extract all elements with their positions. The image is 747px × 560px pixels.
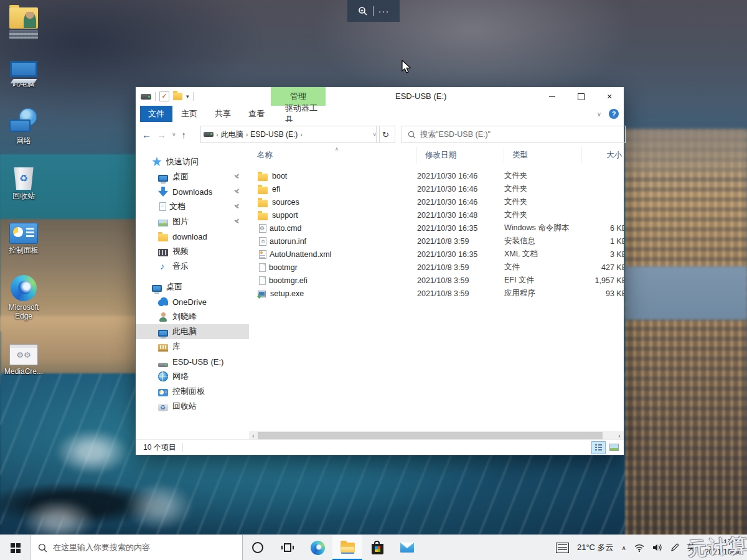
sidebar-item[interactable]: 图片 — [136, 214, 249, 229]
file-row[interactable]: autorun.inf 2021/10/8 3:59 安装信息 1 KB — [249, 235, 624, 248]
up-button[interactable]: ↑ — [182, 129, 187, 140]
horizontal-scrollbar[interactable]: ‹ › — [249, 431, 624, 440]
file-size: 427 KB — [582, 263, 624, 272]
back-button[interactable]: ← — [142, 129, 151, 140]
task-view-button[interactable] — [273, 535, 303, 560]
show-hidden-icons-chevron[interactable]: ∧ — [622, 544, 626, 551]
sidebar-item[interactable]: 网络 — [136, 369, 249, 384]
sidebar-item[interactable]: 音乐 — [136, 259, 249, 274]
desktop-icon[interactable]: 控制面板 — [0, 221, 47, 254]
pen-icon[interactable] — [670, 543, 679, 552]
desktop-icon[interactable]: Microsoft Edge — [0, 275, 47, 320]
column-header-date[interactable]: 修改日期 — [417, 147, 504, 163]
file-row[interactable]: auto.cmd 2021/10/30 16:35 Windows 命令脚本 6… — [249, 222, 624, 235]
desktop-icon-label: 网络 — [16, 136, 31, 145]
file-row[interactable]: efi 2021/10/30 16:46 文件夹 — [249, 182, 624, 195]
ribbon-tab[interactable]: 文件 — [140, 106, 172, 122]
file-row[interactable]: bootmgr.efi 2021/10/8 3:59 EFI 文件 1,957 … — [249, 274, 624, 287]
weather-text[interactable]: 21°C 多云 — [577, 542, 614, 553]
mail-taskbar-button[interactable] — [392, 535, 422, 560]
file-row[interactable]: bootmgr 2021/10/8 3:59 文件 427 KB — [249, 261, 624, 274]
ribbon-tab[interactable]: 驱动器工具 — [276, 106, 332, 122]
desktop-icon[interactable]: 此电脑 — [0, 59, 47, 88]
help-icon[interactable]: ? — [609, 109, 619, 119]
search-icon — [38, 543, 47, 553]
pin-icon — [233, 218, 240, 225]
ribbon-tab[interactable]: 主页 — [172, 106, 206, 122]
file-row[interactable]: boot 2021/10/30 16:46 文件夹 — [249, 169, 624, 182]
wifi-icon[interactable] — [634, 544, 644, 552]
sidebar-item[interactable]: 桌面 — [136, 279, 249, 294]
customize-qat-caret-icon[interactable]: ▾ — [186, 93, 189, 100]
file-explorer-icon — [341, 543, 355, 553]
scroll-left-icon[interactable]: ‹ — [249, 431, 258, 440]
file-type-icon — [259, 263, 266, 272]
title-bar: ✓ ▾ 管理 ESD-USB (E:) × — [136, 87, 624, 106]
sidebar-item[interactable]: download — [136, 229, 249, 244]
sidebar-item[interactable]: 库 — [136, 339, 249, 354]
start-button[interactable] — [0, 535, 30, 560]
close-button[interactable]: × — [595, 87, 624, 106]
cortana-button[interactable] — [243, 535, 273, 560]
ribbon-tab[interactable]: 共享 — [206, 106, 240, 122]
sidebar-item[interactable]: 视频 — [136, 244, 249, 259]
recent-locations-icon[interactable]: ∨ — [172, 131, 176, 138]
sidebar-item[interactable]: Downloads — [136, 184, 249, 199]
properties-check-icon[interactable]: ✓ — [159, 91, 169, 101]
scrollbar-thumb[interactable] — [258, 432, 603, 439]
desktop-icon[interactable]: MediaCre... — [0, 341, 47, 376]
sidebar-item[interactable]: 刘晓峰 — [136, 309, 249, 324]
file-size: 1 KB — [582, 237, 624, 246]
breadcrumb-current[interactable]: ESD-USB (E:) — [250, 130, 298, 139]
ribbon-tab[interactable]: 查看 — [240, 106, 273, 122]
sidebar-item[interactable]: 回收站 — [136, 399, 249, 414]
file-explorer-taskbar-button[interactable] — [332, 535, 362, 560]
column-header-type[interactable]: 类型 — [504, 147, 582, 163]
scroll-right-icon[interactable]: › — [615, 431, 624, 440]
sidebar-item[interactable]: 控制面板 — [136, 384, 249, 399]
new-folder-icon[interactable] — [173, 93, 182, 100]
task-view-icon — [284, 543, 291, 552]
zoom-in-icon[interactable] — [358, 6, 368, 16]
sidebar-item[interactable]: 桌面 — [136, 169, 249, 184]
breadcrumb[interactable]: › 此电脑 › ESD-USB (E:) › ∨ — [200, 126, 380, 143]
file-row[interactable]: sources 2021/10/30 16:46 文件夹 — [249, 195, 624, 208]
sidebar-item[interactable]: 此电脑 — [136, 324, 249, 339]
column-header-name[interactable]: 名称 — [249, 147, 417, 163]
sidebar-item-label: 快速访问 — [166, 156, 199, 167]
file-date-modified: 2021/10/30 16:46 — [417, 172, 504, 180]
news-weather-icon[interactable] — [556, 543, 569, 553]
sidebar-item[interactable]: OneDrive — [136, 294, 249, 309]
sidebar-item[interactable]: ESD-USB (E:) — [136, 354, 249, 369]
sidebar-item[interactable]: 文档 — [136, 199, 249, 214]
toolbar-divider — [373, 6, 374, 16]
file-row[interactable]: AutoUnattend.xml 2021/10/30 16:35 XML 文档… — [249, 248, 624, 261]
sidebar-item-label: 桌面 — [172, 171, 189, 182]
maximize-button[interactable] — [566, 87, 595, 106]
desktop-icon[interactable] — [0, 5, 47, 39]
volume-icon[interactable] — [652, 543, 662, 552]
file-type-icon — [258, 187, 268, 194]
store-taskbar-button[interactable] — [362, 535, 392, 560]
more-options-icon[interactable]: ··· — [378, 8, 390, 14]
search-input[interactable]: 搜索"ESD-USB (E:)" — [402, 126, 626, 143]
desktop-icon[interactable]: 回收站 — [0, 166, 47, 200]
file-row[interactable]: support 2021/10/30 16:48 文件夹 — [249, 208, 624, 222]
file-type: 文件夹 — [504, 210, 582, 220]
details-view-button[interactable] — [591, 441, 606, 454]
mail-icon — [400, 543, 414, 553]
edge-taskbar-button[interactable] — [303, 535, 332, 560]
column-header-size[interactable]: 大小 — [582, 147, 624, 163]
breadcrumb-this-pc[interactable]: 此电脑 — [221, 129, 243, 140]
sidebar-item[interactable]: 快速访问 — [136, 154, 249, 169]
desktop-icon-label: 回收站 — [12, 192, 35, 200]
file-row[interactable]: setup.exe 2021/10/8 3:59 应用程序 93 KB — [249, 287, 624, 300]
minimize-button[interactable] — [538, 87, 566, 106]
expand-ribbon-icon[interactable]: ∨ — [597, 111, 601, 118]
large-icons-view-button[interactable] — [607, 441, 621, 454]
desktop-icon[interactable]: 网络 — [0, 108, 47, 145]
status-separator — [182, 443, 183, 452]
refresh-button[interactable]: ↻ — [376, 126, 395, 143]
taskbar-search-input[interactable]: 在这里输入你要搜索的内容 — [30, 535, 243, 560]
sidebar-item-icon — [152, 285, 162, 292]
